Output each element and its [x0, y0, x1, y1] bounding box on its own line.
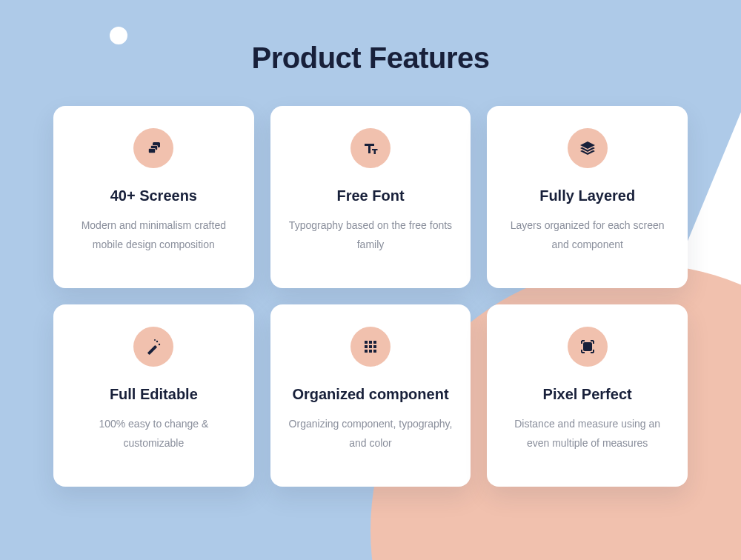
- feature-card-editable: Full Editable 100% easy to change & cust…: [53, 304, 254, 487]
- svg-point-8: [154, 339, 156, 341]
- feature-card-screens: 40+ Screens Modern and minimalism crafte…: [53, 106, 254, 288]
- feature-title: Organized component: [292, 386, 448, 403]
- feature-card-font: Free Font Typography based on the free f…: [270, 106, 471, 288]
- grid-icon: [350, 327, 391, 367]
- feature-card-layers: Fully Layered Layers organized for each …: [487, 106, 688, 288]
- svg-rect-4: [149, 149, 155, 153]
- screens-icon: [133, 128, 173, 168]
- feature-card-pixel: A Pixel Perfect Distance and measure usi…: [487, 304, 688, 487]
- svg-rect-9: [365, 341, 368, 344]
- layers-icon: [568, 128, 608, 168]
- svg-rect-10: [369, 341, 372, 344]
- feature-title: Pixel Perfect: [543, 386, 632, 403]
- feature-description: Organizing component, typography, and co…: [287, 415, 455, 453]
- feature-description: Typography based on the free fonts famil…: [287, 216, 455, 255]
- feature-description: Distance and measure using an even multi…: [503, 415, 671, 453]
- features-grid: 40+ Screens Modern and minimalism crafte…: [53, 106, 688, 487]
- feature-description: Modern and minimalism crafted mobile des…: [70, 216, 238, 255]
- feature-title: 40+ Screens: [110, 187, 197, 204]
- svg-point-6: [156, 341, 158, 342]
- svg-rect-11: [373, 341, 376, 344]
- svg-rect-13: [369, 345, 372, 348]
- svg-text:A: A: [585, 344, 590, 350]
- font-icon: [350, 128, 391, 168]
- feature-description: Layers organized for each screen and com…: [503, 216, 671, 255]
- page-container: Product Features 40+ Screens Modern and …: [0, 0, 741, 487]
- svg-rect-15: [365, 350, 368, 353]
- pixel-icon: A: [568, 327, 608, 367]
- svg-rect-12: [365, 345, 368, 348]
- svg-rect-17: [373, 350, 376, 353]
- svg-rect-16: [369, 350, 372, 353]
- feature-title: Full Editable: [110, 386, 198, 403]
- svg-point-7: [159, 344, 160, 345]
- feature-title: Free Font: [336, 187, 404, 204]
- feature-title: Fully Layered: [539, 187, 635, 204]
- svg-rect-5: [147, 345, 157, 355]
- wand-icon: [133, 327, 173, 367]
- page-title: Product Features: [252, 41, 490, 75]
- feature-card-organized: Organized component Organizing component…: [270, 304, 471, 487]
- svg-rect-14: [373, 345, 376, 348]
- feature-description: 100% easy to change & customizable: [70, 415, 238, 453]
